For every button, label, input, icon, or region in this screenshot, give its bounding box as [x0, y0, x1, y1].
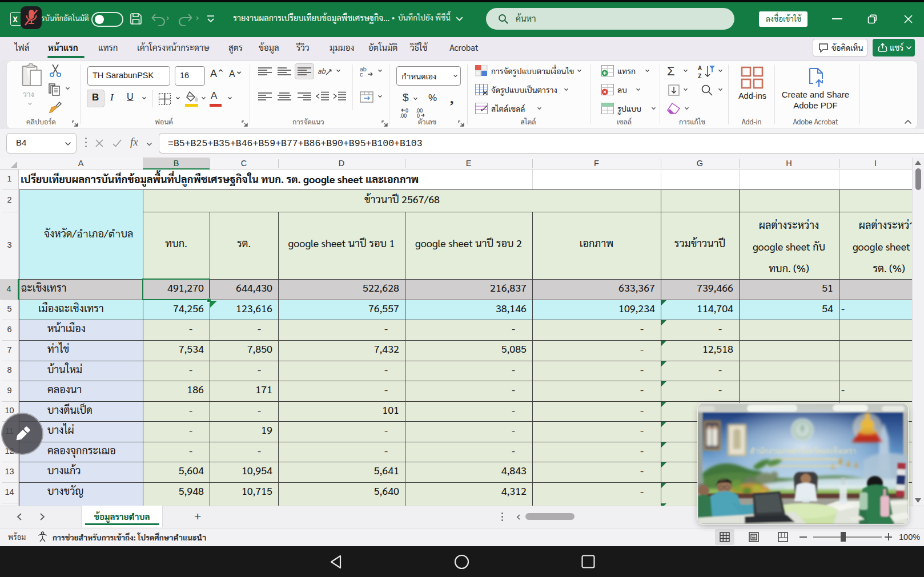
svg-text:สำนักงานเกษตรจังหวัดฉะเชิงเทรา: สำนักงานเกษตรจังหวัดฉะเชิงเทรา: [750, 446, 856, 455]
svg-text:Z: Z: [698, 71, 702, 79]
svg-text:A: A: [698, 64, 702, 72]
svg-text:c: c: [360, 70, 363, 77]
svg-text:ab: ab: [318, 66, 326, 75]
